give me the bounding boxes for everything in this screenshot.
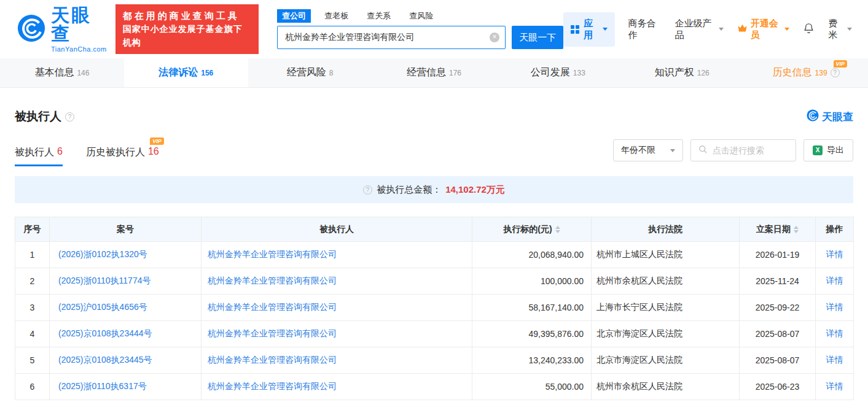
summary-label: 被执行总金额： — [377, 184, 441, 196]
col-header-date[interactable]: 立案日期 — [740, 217, 816, 242]
col-header-court: 执行法院 — [592, 217, 740, 242]
table-search-box[interactable] — [690, 139, 796, 161]
tianyancha-logo[interactable]: 天眼查 TianYanCha.com — [17, 6, 107, 53]
page-title: 被执行人 — [15, 109, 61, 125]
detail-link[interactable]: 详情 — [826, 328, 843, 338]
excel-icon: X — [813, 145, 823, 155]
case-number-link[interactable]: (2025)京0108执23444号 — [58, 328, 152, 338]
case-number-link[interactable]: (2025)京0108执23445号 — [58, 355, 152, 365]
company-link[interactable]: 杭州金羚羊企业管理咨询有限公司 — [208, 249, 337, 259]
company-link[interactable]: 杭州金羚羊企业管理咨询有限公司 — [208, 355, 337, 365]
search-tabs: 查公司 查老板 查关系 查风险 — [277, 9, 563, 23]
col-header-case-no: 案号 — [50, 217, 201, 242]
business-coop-link[interactable]: 商务合作 — [628, 18, 662, 41]
company-link[interactable]: 杭州金羚羊企业管理咨询有限公司 — [208, 276, 337, 285]
company-detail-tabs: 基本信息 146 法律诉讼 156 经营风险 8 经营信息 176 公司发展 1… — [0, 58, 868, 88]
open-vip-link[interactable]: 开通会员 — [737, 18, 790, 41]
executed-total-summary: ? 被执行总金额： 14,102.72万元 — [15, 176, 853, 203]
table-row: 6 (2025)浙0110执6317号 杭州金羚羊企业管理咨询有限公司 55,0… — [15, 374, 854, 400]
chevron-down-icon — [719, 28, 724, 31]
table-row: 1 (2026)浙0102执1320号 杭州金羚羊企业管理咨询有限公司 20,0… — [15, 242, 854, 268]
username: 费米 — [828, 18, 844, 41]
search-button[interactable]: 天眼一下 — [512, 26, 563, 49]
search-tab-relation[interactable]: 查关系 — [362, 9, 396, 23]
slogan-banner: 都在用的商业查询工具 国家中小企业发展子基金旗下机构 — [115, 4, 259, 54]
summary-amount: 14,102.72万元 — [445, 184, 505, 196]
top-right-nav: 应用 商务合作 企业级产品 开通会员 费米 — [563, 12, 852, 47]
list-controls: 年份不限 X 导出 — [613, 139, 853, 166]
company-search-input[interactable] — [277, 26, 506, 49]
table-row: 4 (2025)京0108执23444号 杭州金羚羊企业管理咨询有限公司 49,… — [15, 321, 854, 347]
tab-operation-info[interactable]: 经营信息 176 — [372, 58, 496, 87]
search-tab-company[interactable]: 查公司 — [277, 9, 311, 23]
chevron-down-icon — [784, 28, 789, 31]
slogan-line2: 国家中小企业发展子基金旗下机构 — [123, 23, 251, 49]
tab-intellectual-property[interactable]: 知识产权 126 — [620, 58, 744, 87]
chevron-down-icon — [847, 28, 852, 31]
sort-icon[interactable] — [555, 226, 560, 233]
search-icon — [698, 145, 708, 156]
table-row: 2 (2025)浙0110执11774号 杭州金羚羊企业管理咨询有限公司 100… — [15, 268, 854, 295]
detail-link[interactable]: 详情 — [826, 381, 843, 391]
detail-link[interactable]: 详情 — [826, 355, 843, 365]
main-content: 被执行人 ? 天眼查 被执行人 6 VIP 历史被执行人 16 年份不限 — [0, 109, 868, 400]
vip-badge: VIP — [834, 60, 848, 68]
table-search-input[interactable] — [713, 145, 786, 155]
chevron-down-icon — [670, 149, 675, 152]
tianyancha-logo-icon — [17, 14, 45, 44]
apps-grid-icon — [571, 25, 579, 34]
col-header-no: 序号 — [15, 217, 50, 242]
brand-name: 天眼查 — [51, 6, 107, 43]
search-block: 查公司 查老板 查关系 查风险 × 天眼一下 — [277, 9, 563, 49]
case-number-link[interactable]: (2025)浙0110执6317号 — [58, 381, 147, 391]
enterprise-product-link[interactable]: 企业级产品 — [675, 18, 724, 41]
tab-company-development[interactable]: 公司发展 133 — [496, 58, 620, 87]
company-link[interactable]: 杭州金羚羊企业管理咨询有限公司 — [208, 381, 337, 391]
clear-input-icon[interactable]: × — [490, 33, 499, 42]
help-icon[interactable]: ? — [831, 68, 840, 77]
crown-icon — [737, 24, 748, 34]
tab-basic-info[interactable]: 基本信息 146 — [0, 58, 124, 87]
user-menu[interactable]: 费米 — [828, 18, 852, 41]
slogan-line1: 都在用的商业查询工具 — [123, 9, 251, 23]
apps-label: 应用 — [584, 18, 598, 41]
detail-link[interactable]: 详情 — [826, 276, 843, 285]
table-row: 5 (2025)京0108执23445号 杭州金羚羊企业管理咨询有限公司 13,… — [15, 347, 854, 374]
tab-operation-risk[interactable]: 经营风险 8 — [248, 58, 372, 87]
notifications-bell-icon[interactable] — [803, 22, 815, 36]
help-icon[interactable]: ? — [363, 185, 372, 195]
year-filter-dropdown[interactable]: 年份不限 — [613, 139, 683, 161]
search-tab-risk[interactable]: 查风险 — [404, 9, 438, 23]
table-row: 3 (2025)沪0105执4656号 杭州金羚羊企业管理咨询有限公司 58,1… — [15, 295, 854, 321]
company-link[interactable]: 杭州金羚羊企业管理咨询有限公司 — [208, 328, 337, 338]
case-number-link[interactable]: (2025)沪0105执4656号 — [58, 302, 147, 312]
vip-badge: VIP — [150, 137, 164, 145]
case-number-link[interactable]: (2025)浙0110执11774号 — [58, 276, 151, 285]
brand-domain: TianYanCha.com — [51, 45, 107, 53]
table-header-row: 序号 案号 被执行人 执行标的(元) 执行法院 立案日期 操作 — [15, 217, 854, 242]
subtab-executed-person[interactable]: 被执行人 6 — [15, 142, 63, 166]
col-header-person: 被执行人 — [201, 217, 472, 242]
top-bar: 天眼查 TianYanCha.com 都在用的商业查询工具 国家中小企业发展子基… — [0, 0, 868, 58]
detail-link[interactable]: 详情 — [826, 302, 843, 312]
tianyancha-logo-icon — [807, 109, 819, 125]
col-header-action: 操作 — [816, 217, 854, 242]
tab-legal-litigation[interactable]: 法律诉讼 156 — [124, 58, 248, 87]
help-icon[interactable]: ? — [65, 112, 74, 122]
apps-menu-button[interactable]: 应用 — [563, 12, 614, 47]
export-button[interactable]: X 导出 — [803, 139, 853, 161]
executed-person-table: 序号 案号 被执行人 执行标的(元) 执行法院 立案日期 操作 1 (2026)… — [15, 217, 854, 400]
tab-history-info[interactable]: VIP 历史信息 139 ? — [744, 58, 868, 87]
sort-icon[interactable] — [794, 226, 799, 233]
tianyancha-watermark: 天眼查 — [807, 109, 853, 125]
detail-link[interactable]: 详情 — [826, 249, 843, 259]
col-header-amount[interactable]: 执行标的(元) — [472, 217, 592, 242]
case-number-link[interactable]: (2026)浙0102执1320号 — [58, 249, 147, 259]
search-tab-boss[interactable]: 查老板 — [319, 9, 353, 23]
subtab-history-executed-person[interactable]: VIP 历史被执行人 16 — [86, 142, 159, 166]
chevron-down-icon — [603, 28, 608, 31]
company-link[interactable]: 杭州金羚羊企业管理咨询有限公司 — [208, 302, 337, 312]
